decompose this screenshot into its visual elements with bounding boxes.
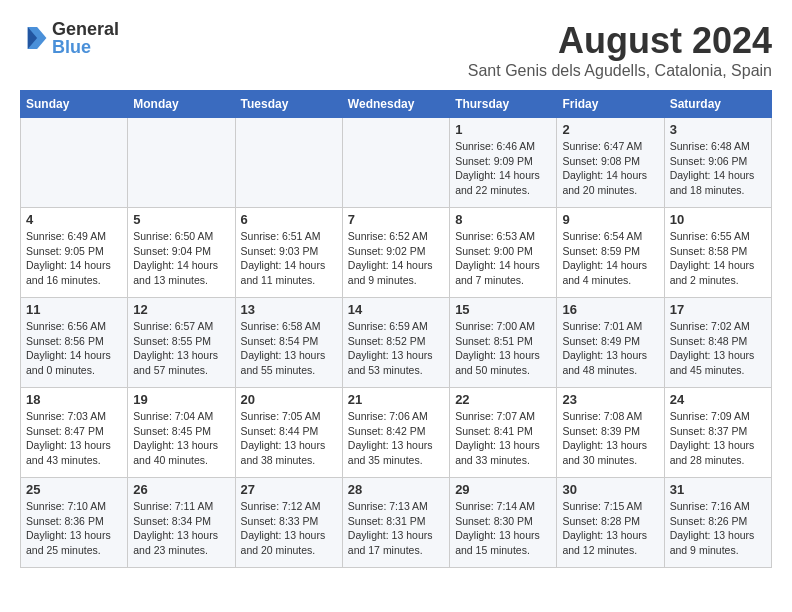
day-number: 30	[562, 482, 658, 497]
day-number: 27	[241, 482, 337, 497]
day-info: Sunrise: 7:00 AMSunset: 8:51 PMDaylight:…	[455, 319, 551, 378]
day-number: 25	[26, 482, 122, 497]
calendar-cell: 3Sunrise: 6:48 AMSunset: 9:06 PMDaylight…	[664, 118, 771, 208]
calendar-week-2: 4Sunrise: 6:49 AMSunset: 9:05 PMDaylight…	[21, 208, 772, 298]
day-number: 31	[670, 482, 766, 497]
calendar-cell: 18Sunrise: 7:03 AMSunset: 8:47 PMDayligh…	[21, 388, 128, 478]
calendar-cell: 4Sunrise: 6:49 AMSunset: 9:05 PMDaylight…	[21, 208, 128, 298]
calendar-cell: 11Sunrise: 6:56 AMSunset: 8:56 PMDayligh…	[21, 298, 128, 388]
day-number: 15	[455, 302, 551, 317]
day-info: Sunrise: 6:58 AMSunset: 8:54 PMDaylight:…	[241, 319, 337, 378]
day-info: Sunrise: 6:55 AMSunset: 8:58 PMDaylight:…	[670, 229, 766, 288]
logo-blue: Blue	[52, 37, 91, 57]
day-number: 17	[670, 302, 766, 317]
calendar-cell: 1Sunrise: 6:46 AMSunset: 9:09 PMDaylight…	[450, 118, 557, 208]
day-number: 26	[133, 482, 229, 497]
day-number: 29	[455, 482, 551, 497]
day-info: Sunrise: 7:06 AMSunset: 8:42 PMDaylight:…	[348, 409, 444, 468]
day-number: 2	[562, 122, 658, 137]
day-number: 11	[26, 302, 122, 317]
day-number: 13	[241, 302, 337, 317]
calendar-cell: 27Sunrise: 7:12 AMSunset: 8:33 PMDayligh…	[235, 478, 342, 568]
day-info: Sunrise: 7:05 AMSunset: 8:44 PMDaylight:…	[241, 409, 337, 468]
day-info: Sunrise: 7:08 AMSunset: 8:39 PMDaylight:…	[562, 409, 658, 468]
calendar-cell	[21, 118, 128, 208]
logo-icon	[20, 24, 48, 52]
title-block: August 2024 Sant Genis dels Agudells, Ca…	[468, 20, 772, 80]
day-info: Sunrise: 7:07 AMSunset: 8:41 PMDaylight:…	[455, 409, 551, 468]
day-info: Sunrise: 7:13 AMSunset: 8:31 PMDaylight:…	[348, 499, 444, 558]
day-info: Sunrise: 6:49 AMSunset: 9:05 PMDaylight:…	[26, 229, 122, 288]
day-number: 22	[455, 392, 551, 407]
day-info: Sunrise: 7:09 AMSunset: 8:37 PMDaylight:…	[670, 409, 766, 468]
calendar-week-3: 11Sunrise: 6:56 AMSunset: 8:56 PMDayligh…	[21, 298, 772, 388]
day-number: 24	[670, 392, 766, 407]
logo-general: General	[52, 19, 119, 39]
calendar-cell: 19Sunrise: 7:04 AMSunset: 8:45 PMDayligh…	[128, 388, 235, 478]
calendar-cell	[128, 118, 235, 208]
day-info: Sunrise: 7:12 AMSunset: 8:33 PMDaylight:…	[241, 499, 337, 558]
day-info: Sunrise: 6:56 AMSunset: 8:56 PMDaylight:…	[26, 319, 122, 378]
day-number: 4	[26, 212, 122, 227]
day-info: Sunrise: 7:01 AMSunset: 8:49 PMDaylight:…	[562, 319, 658, 378]
calendar-cell: 17Sunrise: 7:02 AMSunset: 8:48 PMDayligh…	[664, 298, 771, 388]
day-info: Sunrise: 6:46 AMSunset: 9:09 PMDaylight:…	[455, 139, 551, 198]
day-info: Sunrise: 7:02 AMSunset: 8:48 PMDaylight:…	[670, 319, 766, 378]
col-header-wednesday: Wednesday	[342, 91, 449, 118]
day-info: Sunrise: 6:51 AMSunset: 9:03 PMDaylight:…	[241, 229, 337, 288]
col-header-sunday: Sunday	[21, 91, 128, 118]
day-number: 10	[670, 212, 766, 227]
logo: General Blue	[20, 20, 119, 56]
day-number: 6	[241, 212, 337, 227]
calendar-cell: 5Sunrise: 6:50 AMSunset: 9:04 PMDaylight…	[128, 208, 235, 298]
calendar-cell: 21Sunrise: 7:06 AMSunset: 8:42 PMDayligh…	[342, 388, 449, 478]
calendar-cell	[342, 118, 449, 208]
day-number: 1	[455, 122, 551, 137]
col-header-thursday: Thursday	[450, 91, 557, 118]
day-info: Sunrise: 6:53 AMSunset: 9:00 PMDaylight:…	[455, 229, 551, 288]
calendar-cell: 23Sunrise: 7:08 AMSunset: 8:39 PMDayligh…	[557, 388, 664, 478]
col-header-saturday: Saturday	[664, 91, 771, 118]
col-header-friday: Friday	[557, 91, 664, 118]
day-info: Sunrise: 6:47 AMSunset: 9:08 PMDaylight:…	[562, 139, 658, 198]
calendar-cell: 12Sunrise: 6:57 AMSunset: 8:55 PMDayligh…	[128, 298, 235, 388]
calendar-cell: 7Sunrise: 6:52 AMSunset: 9:02 PMDaylight…	[342, 208, 449, 298]
calendar-cell: 15Sunrise: 7:00 AMSunset: 8:51 PMDayligh…	[450, 298, 557, 388]
day-number: 9	[562, 212, 658, 227]
day-number: 23	[562, 392, 658, 407]
calendar-header-row: SundayMondayTuesdayWednesdayThursdayFrid…	[21, 91, 772, 118]
day-number: 28	[348, 482, 444, 497]
day-number: 21	[348, 392, 444, 407]
calendar-cell: 10Sunrise: 6:55 AMSunset: 8:58 PMDayligh…	[664, 208, 771, 298]
calendar-cell: 13Sunrise: 6:58 AMSunset: 8:54 PMDayligh…	[235, 298, 342, 388]
day-number: 16	[562, 302, 658, 317]
day-number: 18	[26, 392, 122, 407]
day-number: 14	[348, 302, 444, 317]
calendar-cell: 22Sunrise: 7:07 AMSunset: 8:41 PMDayligh…	[450, 388, 557, 478]
col-header-monday: Monday	[128, 91, 235, 118]
main-title: August 2024	[468, 20, 772, 62]
calendar-cell: 8Sunrise: 6:53 AMSunset: 9:00 PMDaylight…	[450, 208, 557, 298]
day-number: 19	[133, 392, 229, 407]
calendar-cell: 25Sunrise: 7:10 AMSunset: 8:36 PMDayligh…	[21, 478, 128, 568]
day-number: 8	[455, 212, 551, 227]
day-info: Sunrise: 6:52 AMSunset: 9:02 PMDaylight:…	[348, 229, 444, 288]
day-info: Sunrise: 6:54 AMSunset: 8:59 PMDaylight:…	[562, 229, 658, 288]
day-info: Sunrise: 7:11 AMSunset: 8:34 PMDaylight:…	[133, 499, 229, 558]
calendar-cell: 9Sunrise: 6:54 AMSunset: 8:59 PMDaylight…	[557, 208, 664, 298]
calendar-week-5: 25Sunrise: 7:10 AMSunset: 8:36 PMDayligh…	[21, 478, 772, 568]
calendar-cell: 29Sunrise: 7:14 AMSunset: 8:30 PMDayligh…	[450, 478, 557, 568]
day-info: Sunrise: 7:14 AMSunset: 8:30 PMDaylight:…	[455, 499, 551, 558]
calendar-cell: 24Sunrise: 7:09 AMSunset: 8:37 PMDayligh…	[664, 388, 771, 478]
calendar-cell: 28Sunrise: 7:13 AMSunset: 8:31 PMDayligh…	[342, 478, 449, 568]
logo-text: General Blue	[52, 20, 119, 56]
day-info: Sunrise: 7:10 AMSunset: 8:36 PMDaylight:…	[26, 499, 122, 558]
day-info: Sunrise: 6:59 AMSunset: 8:52 PMDaylight:…	[348, 319, 444, 378]
calendar-cell: 26Sunrise: 7:11 AMSunset: 8:34 PMDayligh…	[128, 478, 235, 568]
calendar-week-4: 18Sunrise: 7:03 AMSunset: 8:47 PMDayligh…	[21, 388, 772, 478]
calendar-week-1: 1Sunrise: 6:46 AMSunset: 9:09 PMDaylight…	[21, 118, 772, 208]
day-number: 20	[241, 392, 337, 407]
calendar-cell: 20Sunrise: 7:05 AMSunset: 8:44 PMDayligh…	[235, 388, 342, 478]
calendar-cell: 30Sunrise: 7:15 AMSunset: 8:28 PMDayligh…	[557, 478, 664, 568]
day-info: Sunrise: 7:04 AMSunset: 8:45 PMDaylight:…	[133, 409, 229, 468]
